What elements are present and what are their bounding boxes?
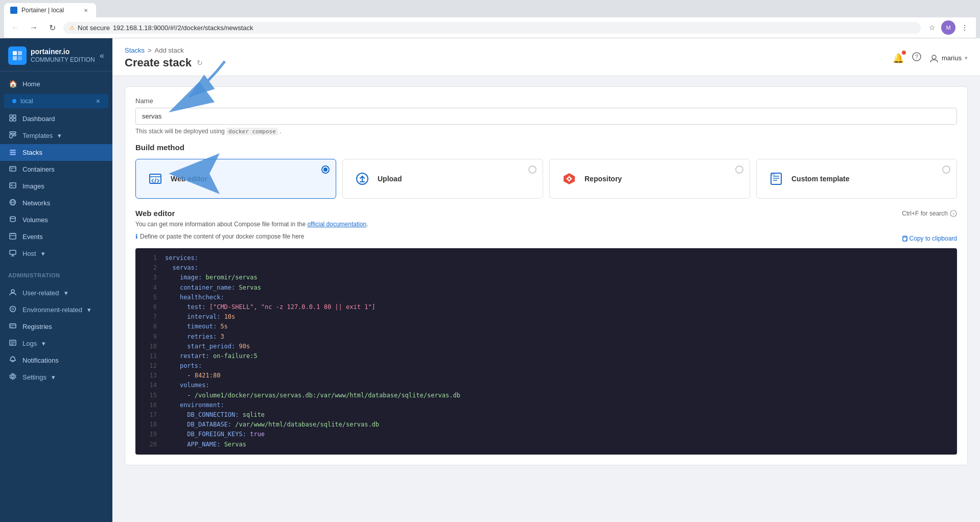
card-body: Name This stack will be deployed using d…: [125, 87, 967, 465]
help-button[interactable]: ?: [912, 52, 921, 64]
sidebar-item-containers[interactable]: Containers: [0, 161, 112, 178]
browser-chrome: Portainer | local ✕ ← → ↻ ⚠ Not secure 1…: [0, 0, 980, 38]
sidebar-item-images[interactable]: Images: [0, 178, 112, 195]
env-dot: [12, 99, 16, 103]
browser-toolbar: ← → ↻ ⚠ Not secure 192.168.1.18:9000/#!/…: [4, 17, 976, 38]
tab-title: Portainer | local: [21, 7, 64, 14]
sidebar-item-settings[interactable]: Settings ▾: [0, 369, 112, 386]
active-tab[interactable]: Portainer | local ✕: [4, 3, 96, 17]
sidebar-item-stacks[interactable]: Stacks: [0, 144, 112, 161]
breadcrumb-stacks-link[interactable]: Stacks: [125, 46, 145, 54]
custom-template-radio: [942, 165, 950, 174]
sidebar-collapse-button[interactable]: «: [100, 51, 104, 60]
tab-favicon: [10, 7, 17, 14]
sidebar-environment: local ×: [4, 94, 108, 108]
build-method-custom-template[interactable]: Custom template: [756, 159, 957, 199]
sidebar-item-user-related[interactable]: User-related ▾: [0, 284, 112, 301]
env-related-chevron: ▾: [87, 306, 91, 314]
main-card: Name This stack will be deployed using d…: [125, 86, 968, 465]
volumes-label: Volumes: [22, 216, 48, 224]
upload-icon: [353, 170, 371, 188]
home-icon: 🏠: [8, 80, 17, 88]
main-content: Stacks > Add stack Create stack ↻ 🔔: [112, 38, 980, 522]
hint-code: docker compose: [226, 128, 278, 135]
forward-button[interactable]: →: [27, 20, 41, 35]
sidebar-home-label: Home: [22, 80, 40, 88]
code-line-20: 20 APP_NAME: Servas: [135, 440, 957, 449]
user-related-icon: [8, 289, 17, 297]
code-line-3: 3 image: beromir/servas: [135, 273, 957, 282]
web-editor-radio: [321, 165, 330, 174]
notifications-icon: [8, 356, 17, 365]
events-icon: [8, 232, 17, 241]
tab-close-button[interactable]: ✕: [82, 6, 90, 14]
back-button[interactable]: ←: [8, 20, 22, 35]
sidebar: portainer.io COMMUNITY EDITION « 🏠 Home …: [0, 38, 112, 522]
sidebar-item-notifications[interactable]: Notifications: [0, 352, 112, 369]
address-bar[interactable]: ⚠ Not secure 192.168.1.18:9000/#!/2/dock…: [63, 22, 921, 34]
admin-section-label: Administration: [0, 266, 112, 280]
sidebar-item-environment-related[interactable]: Environment-related ▾: [0, 301, 112, 318]
sidebar-item-registries[interactable]: Registries: [0, 318, 112, 335]
user-menu[interactable]: marius ▾: [929, 54, 968, 63]
hint-text: This stack will be deployed using: [135, 128, 225, 135]
reload-button[interactable]: ↻: [45, 20, 59, 35]
svg-rect-1: [18, 51, 22, 55]
notifications-label: Notifications: [22, 357, 59, 364]
svg-rect-7: [13, 118, 16, 121]
web-editor-header: Web editor Ctrl+F for search ?: [135, 209, 957, 218]
svg-rect-0: [13, 51, 17, 55]
build-method-repository[interactable]: Repository: [549, 159, 750, 199]
dashboard-icon: [8, 114, 17, 123]
svg-rect-8: [10, 132, 16, 133]
svg-rect-2: [13, 56, 17, 60]
refresh-button[interactable]: ↻: [197, 59, 203, 67]
svg-point-44: [12, 375, 14, 378]
sidebar-item-dashboard[interactable]: Dashboard: [0, 110, 112, 127]
name-form-group: Name This stack will be deployed using d…: [135, 97, 957, 135]
sidebar-item-volumes[interactable]: Volumes: [0, 211, 112, 228]
sidebar-item-networks[interactable]: Networks: [0, 195, 112, 211]
svg-point-55: [568, 178, 570, 180]
code-line-9: 9 retries: 3: [135, 332, 957, 342]
code-line-13: 13 - 8421:80: [135, 371, 957, 381]
repository-icon: [560, 170, 578, 188]
bookmark-button[interactable]: ☆: [925, 20, 939, 35]
volumes-icon: [8, 216, 17, 224]
build-method-web-editor[interactable]: Web editor: [135, 159, 336, 199]
copy-to-clipboard-button[interactable]: Copy to clipboard: [901, 235, 957, 242]
sidebar-item-home[interactable]: 🏠 Home: [0, 76, 112, 92]
sidebar-item-logs[interactable]: Logs ▾: [0, 335, 112, 352]
repository-label: Repository: [585, 175, 622, 183]
upload-radio: [528, 165, 536, 174]
stacks-icon: [8, 148, 17, 157]
copy-label: Copy to clipboard: [909, 235, 957, 242]
custom-template-icon: [767, 170, 785, 188]
code-editor[interactable]: 1 services: 2 servas: 3 image: beromir/s…: [135, 248, 957, 455]
settings-chevron: ▾: [52, 373, 55, 381]
profile-button[interactable]: M: [941, 20, 955, 35]
svg-rect-11: [10, 150, 16, 151]
repository-radio: [735, 165, 743, 174]
logs-icon: [8, 339, 17, 348]
notification-button[interactable]: 🔔: [893, 53, 904, 64]
official-docs-link[interactable]: official documentation: [307, 221, 366, 228]
code-line-5: 5 healthcheck:: [135, 293, 957, 302]
code-line-16: 16 environment:: [135, 400, 957, 410]
settings-label: Settings: [22, 373, 46, 381]
svg-point-18: [11, 184, 12, 185]
build-method-title: Build method: [135, 143, 957, 152]
templates-chevron: ▾: [58, 132, 61, 139]
user-related-label: User-related: [22, 289, 59, 297]
name-input[interactable]: [135, 108, 957, 125]
ctrl-f-hint: Ctrl+F for search ?: [902, 210, 957, 217]
extensions-button[interactable]: ⋮: [958, 20, 972, 35]
svg-point-31: [10, 306, 16, 312]
sidebar-item-templates[interactable]: Templates ▾: [0, 127, 112, 144]
content-area: Name This stack will be deployed using d…: [112, 76, 980, 476]
env-close-button[interactable]: ×: [96, 97, 100, 105]
sidebar-item-host[interactable]: Host ▾: [0, 245, 112, 262]
svg-rect-4: [10, 115, 12, 117]
sidebar-item-events[interactable]: Events: [0, 228, 112, 245]
build-method-upload[interactable]: Upload: [342, 159, 543, 199]
